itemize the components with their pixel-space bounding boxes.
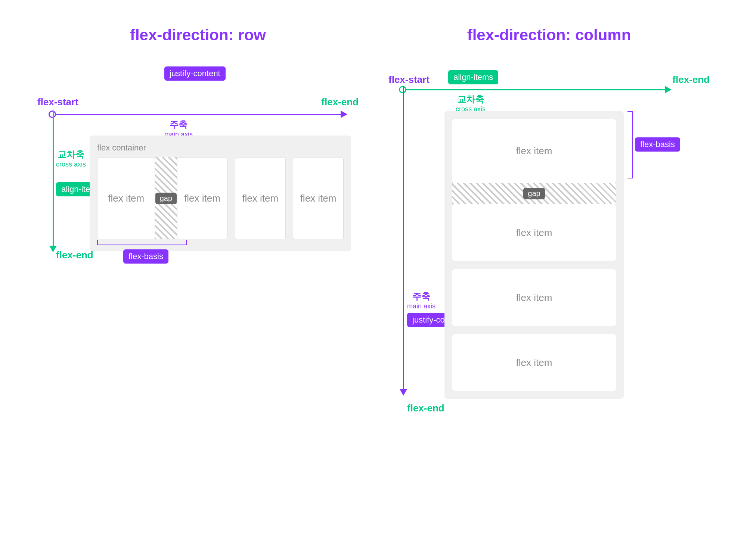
- flex-basis-bracket-left: [97, 240, 187, 245]
- gap-hatch-right: gap: [452, 183, 616, 204]
- right-title-highlight: column: [575, 26, 631, 44]
- align-items-label-right: align-items: [448, 70, 498, 84]
- align-items-tag-right: align-items: [448, 70, 498, 84]
- main-axis-ko-left: 주축: [164, 119, 193, 131]
- flex-item-4-text-right: flex item: [516, 357, 552, 368]
- flex-basis-label-left: flex-basis: [123, 249, 168, 264]
- gap-hatch-left: gap: [155, 157, 177, 239]
- flex-item-1-left: flex item: [97, 157, 155, 239]
- flex-item-4-right: flex item: [452, 334, 616, 391]
- main-axis-en-right: main axis: [407, 302, 436, 310]
- flex-start-text-left: flex-start: [37, 96, 78, 108]
- cross-axis-line-left: [53, 111, 54, 246]
- flex-end-text-right-top: flex-end: [672, 74, 710, 85]
- justify-content-label-left: justify-content: [164, 66, 226, 81]
- flex-item-3-left: flex item: [235, 157, 286, 239]
- gap-label-right: gap: [523, 188, 545, 199]
- flex-item-4-left: flex item: [293, 157, 344, 239]
- main-axis-arrow-right: [400, 86, 407, 396]
- gap-label-left: gap: [155, 193, 177, 204]
- flex-item-2-text-right: flex item: [516, 227, 552, 239]
- flex-item-3-text-right: flex item: [516, 292, 552, 304]
- main-axis-labels-right: 주축 main axis: [407, 290, 436, 310]
- flex-end-bottom-label: flex-end: [407, 402, 444, 414]
- flex-end-right-top-label: flex-end: [672, 74, 710, 85]
- left-title: flex-direction: row: [22, 26, 374, 44]
- flex-item-1-text-left: flex item: [108, 193, 144, 204]
- flex-basis-bracket-right: [627, 111, 633, 178]
- flex-item-4-text-left: flex item: [300, 193, 337, 204]
- flex-end-left-label: flex-end: [56, 249, 93, 261]
- flex-container-left: flex container flex item gap flex item: [90, 136, 351, 251]
- main-axis-arrow-left: [49, 111, 347, 118]
- cross-axis-ko-left: 교차축: [56, 149, 86, 161]
- flex-end-text-right-bottom: flex-end: [407, 402, 444, 414]
- flex-item-1-right: flex item: [452, 119, 616, 183]
- cross-axis-labels-right: 교차축 cross axis: [456, 93, 486, 113]
- flex-item-2-text-left: flex item: [184, 193, 220, 204]
- cross-axis-labels-left: 교차축 cross axis: [56, 149, 86, 168]
- right-title: flex-direction: column: [374, 26, 725, 44]
- main-axis-arrowhead-left: [341, 111, 347, 118]
- flex-item-2-left: flex item: [177, 157, 228, 239]
- cross-axis-en-left: cross axis: [56, 161, 86, 168]
- flex-container-right: flex item gap flex item flex item: [444, 111, 624, 399]
- container-label-left: flex container: [97, 143, 344, 153]
- cross-axis-arrowhead-left: [49, 246, 57, 252]
- main-axis-line-right: [403, 86, 404, 389]
- justify-content-tag-left: justify-content: [164, 66, 226, 81]
- flex-item-2-right: flex item: [452, 204, 616, 261]
- flex-start-right-label: flex-start: [388, 74, 430, 85]
- cross-axis-arrowhead-right: [665, 86, 672, 93]
- main-axis-ko-right: 주축: [407, 290, 436, 302]
- main-axis-line-left: [56, 114, 341, 115]
- cross-axis-arrow-right: [399, 86, 672, 93]
- flex-end-right-label: flex-end: [321, 96, 359, 108]
- flex-item-3-text-left: flex item: [242, 193, 278, 204]
- left-title-plain: flex-direction:: [130, 26, 238, 44]
- cross-axis-ko-right: 교차축: [456, 93, 486, 105]
- cross-axis-arrow-left: [49, 111, 57, 252]
- flex-basis-tag-right: flex-basis: [635, 137, 680, 152]
- flex-item-1-text-right: flex item: [516, 145, 552, 157]
- flex-start-left-label: flex-start: [37, 96, 78, 108]
- flex-basis-tag-left: flex-basis: [123, 249, 168, 264]
- flex-end-cross-left: flex-end: [56, 249, 93, 261]
- main-axis-arrowhead-right: [400, 389, 407, 396]
- left-title-highlight: row: [238, 26, 266, 44]
- flex-basis-label-right: flex-basis: [635, 137, 680, 152]
- right-title-plain: flex-direction:: [467, 26, 575, 44]
- flex-item-3-right: flex item: [452, 269, 616, 326]
- flex-end-text-left: flex-end: [321, 96, 359, 108]
- cross-axis-line-right: [406, 89, 665, 90]
- flex-start-text-right: flex-start: [388, 74, 430, 85]
